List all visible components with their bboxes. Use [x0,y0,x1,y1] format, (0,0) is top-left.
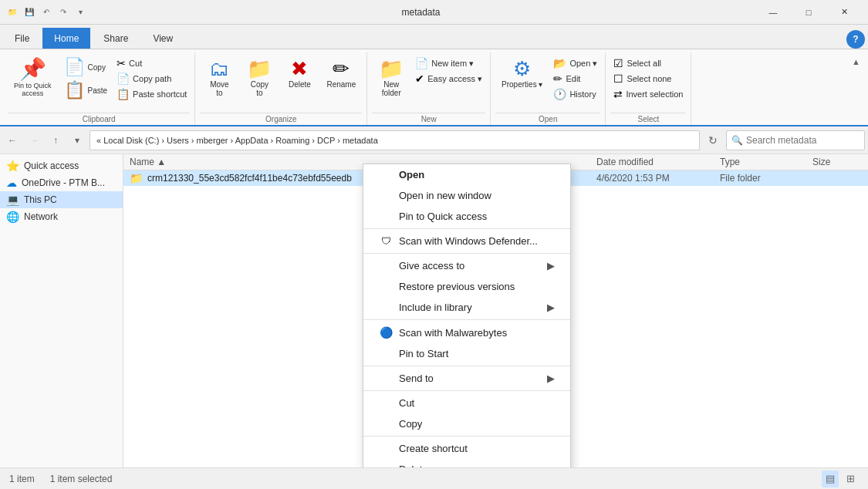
cut-button[interactable]: ✂ Cut [113,56,190,71]
undo-icon[interactable]: ↶ [40,6,52,19]
history-button[interactable]: 🕐 History [550,86,600,102]
this-pc-icon: 💻 [6,194,19,206]
col-date[interactable]: Date modified [590,157,714,167]
back-button[interactable]: ← [3,131,22,150]
ctx-send-to-label: Send to [399,373,541,384]
search-input[interactable] [746,135,860,146]
ctx-pin-start[interactable]: Pin to Start [363,343,570,364]
ctx-cut-label: Cut [399,397,555,409]
sidebar: ⭐ Quick access ☁ OneDrive - PTM B... 💻 T… [0,154,123,467]
paste-button[interactable]: 📋 Paste [59,79,113,102]
ctx-delete[interactable]: Delete [363,459,570,467]
ctx-give-access-arrow: ▶ [547,260,555,271]
col-type[interactable]: Type [714,157,806,167]
quick-access-icon: ⭐ [6,160,19,172]
copy-path-button[interactable]: 📄 Copy path [113,71,190,86]
ctx-library-label: Include in library [399,302,541,313]
forward-button[interactable]: → [25,131,43,150]
help-button[interactable]: ? [846,30,865,49]
delete-button[interactable]: ✖ Delete [280,56,319,92]
properties-button[interactable]: ⚙ Properties ▾ [495,56,549,92]
clipboard-col: 📄 Copy 📋 Paste [59,56,113,102]
select-all-button[interactable]: ☑ Select all [610,56,686,71]
ctx-open-label: Open [399,169,555,180]
ctx-sep-4 [363,366,570,366]
up-button[interactable]: ↑ [46,131,65,150]
rename-button[interactable]: ✏ Rename [320,56,362,92]
sidebar-item-network[interactable]: 🌐 Network [0,208,123,225]
folder-icon-title: 📁 [8,8,17,16]
edit-button[interactable]: ✏ Edit [550,71,600,86]
copy-to-icon: 📁 [247,59,272,79]
select-none-button[interactable]: ☐ Select none [610,71,686,86]
ctx-copy[interactable]: Copy [363,413,570,434]
ctx-scan-defender[interactable]: 🛡 Scan with Windows Defender... [363,231,570,251]
minimize-button[interactable]: — [755,0,791,25]
organize-buttons: 🗂 Moveto 📁 Copyto ✖ Delete ✏ Rename [200,52,362,113]
ctx-defender-icon: 🛡 [379,235,393,247]
ctx-malwarebytes-icon: 🔵 [379,326,393,339]
ctx-open[interactable]: Open [363,164,570,185]
easy-access-button[interactable]: ✔ Easy access ▾ [412,71,485,86]
maximize-button[interactable]: □ [791,0,826,25]
ctx-pin-label: Pin to Quick access [399,211,555,222]
ctx-open-new-window[interactable]: Open in new window [363,185,570,206]
ribbon-tabs: File Home Share View ? [0,25,868,49]
title-bar: 📁 💾 ↶ ↷ ▾ metadata — □ ✕ [0,0,868,25]
sidebar-item-onedrive[interactable]: ☁ OneDrive - PTM B... [0,174,123,191]
tab-file[interactable]: File [3,28,41,49]
details-view-button[interactable]: ▤ [822,470,839,487]
redo-icon[interactable]: ↷ [57,6,69,19]
open-button[interactable]: 📂 Open ▾ [550,56,600,71]
file-area[interactable]: Name ▲ Date modified Type Size 📁 crm1213… [123,154,868,467]
search-icon: 🔍 [731,135,743,146]
copy-icon: 📄 [64,59,85,76]
tab-view[interactable]: View [141,28,184,49]
recent-button[interactable]: ▾ [68,131,86,150]
rename-icon: ✏ [333,59,350,79]
move-to-button[interactable]: 🗂 Moveto [200,56,238,100]
invert-selection-button[interactable]: ⇄ Invert selection [610,86,686,102]
sidebar-item-quickaccess[interactable]: ⭐ Quick access [0,157,123,174]
pin-to-quick-access-button[interactable]: 📌 Pin to Quickaccess [8,56,58,100]
dropdown-icon[interactable]: ▾ [74,6,86,19]
col-size[interactable]: Size [806,157,868,167]
address-crumb: « Local Disk (C:) › Users › mberger › Ap… [96,136,378,145]
ribbon-section-organize: 🗂 Moveto 📁 Copyto ✖ Delete ✏ Rename Orga… [195,52,367,125]
ctx-send-to[interactable]: Send to ▶ [363,368,570,389]
clipboard-label: Clipboard [8,113,190,125]
paste-icon: 📋 [64,82,85,99]
new-item-button[interactable]: 📄 New item ▾ [412,56,485,71]
ctx-restore-label: Restore previous versions [399,281,555,292]
ctx-create-shortcut[interactable]: Create shortcut [363,438,570,459]
refresh-button[interactable]: ↻ [703,130,723,150]
ctx-restore-versions[interactable]: Restore previous versions [363,276,570,297]
new-folder-icon: 📁 [379,59,404,79]
ribbon-section-open: ⚙ Properties ▾ 📂 Open ▾ ✏ Edit 🕐 History… [491,52,606,125]
file-date-cell: 4/6/2020 1:53 PM [590,173,714,184]
select-none-icon: ☐ [613,73,623,85]
large-icons-view-button[interactable]: ⊞ [842,470,859,487]
sidebar-item-thispc[interactable]: 💻 This PC [0,191,123,208]
paste-shortcut-button[interactable]: 📋 Paste shortcut [113,86,190,102]
close-button[interactable]: ✕ [826,0,862,25]
search-box[interactable]: 🔍 [726,130,865,150]
ctx-scan-malwarebytes[interactable]: 🔵 Scan with Malwarebytes [363,322,570,343]
address-box[interactable]: « Local Disk (C:) › Users › mberger › Ap… [90,130,700,150]
ctx-include-library[interactable]: Include in library ▶ [363,297,570,318]
new-folder-button[interactable]: 📁 Newfolder [372,56,410,100]
ctx-pin-quick-access[interactable]: Pin to Quick access [363,206,570,227]
folder-icon: 📁 [130,172,143,184]
copy-to-button[interactable]: 📁 Copyto [240,56,279,100]
quick-access-icon[interactable]: 💾 [23,6,35,19]
ctx-give-access[interactable]: Give access to ▶ [363,255,570,276]
collapse-ribbon-button[interactable]: ▲ [847,56,865,68]
tab-share[interactable]: Share [92,28,140,49]
selected-count: 1 item selected [50,474,113,484]
tab-home[interactable]: Home [42,28,90,49]
ctx-cut[interactable]: Cut [363,393,570,413]
ctx-new-window-label: Open in new window [399,190,555,201]
delete-icon: ✖ [291,59,308,79]
edit-icon: ✏ [553,73,562,85]
copy-button[interactable]: 📄 Copy [59,56,113,79]
